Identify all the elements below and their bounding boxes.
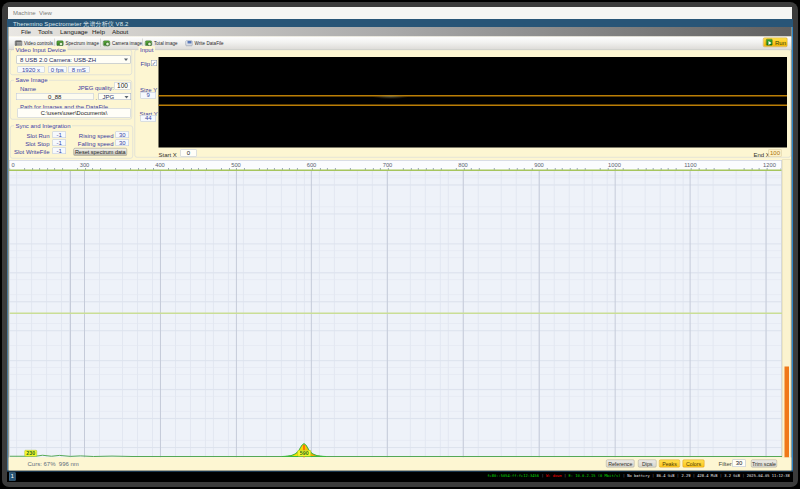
- rising-speed-field[interactable]: 30: [116, 132, 130, 139]
- latency-box: 8 mS: [68, 67, 90, 73]
- filter-label: Filter: [719, 461, 732, 468]
- group-title: Input: [139, 46, 155, 53]
- plot-control-row: Curs: 67% 996 nm Reference Dips Peaks Co…: [9, 458, 792, 471]
- size-y-field[interactable]: 9: [141, 92, 157, 99]
- end-x-field[interactable]: 100: [769, 150, 782, 157]
- toolbar: Video controls Spectrum image Camera ima…: [9, 37, 792, 51]
- reset-spectrum-button[interactable]: Reset spectrum data: [74, 148, 128, 156]
- spectrum-trace: [10, 171, 783, 458]
- rising-speed-label: Rising speed: [71, 132, 114, 139]
- spectrum-plot[interactable]: 230 590: [9, 171, 782, 458]
- menu-about[interactable]: About: [112, 29, 128, 36]
- axis-tick: 1000: [608, 162, 621, 168]
- memory-available: 3.2 GiB: [725, 473, 741, 478]
- axis-tick: 300: [80, 162, 90, 168]
- sync-integration-group: Sync and Integration Slot Run -1 Slot St…: [10, 126, 133, 159]
- save-image-group: Save Image Name JPEG quality: 100 0_88 .…: [10, 80, 132, 120]
- axis-tick: 700: [383, 162, 393, 168]
- play-icon: [766, 39, 773, 46]
- slot-stop-label: Slot Stop: [11, 140, 50, 147]
- workspace-button[interactable]: 1: [9, 473, 16, 481]
- app-menubar: File Tools Language Help About: [9, 27, 792, 37]
- reference-button[interactable]: Reference: [606, 460, 635, 468]
- cpu-load: 2.29: [682, 473, 691, 478]
- jpeg-quality-field[interactable]: 100: [115, 82, 131, 90]
- i3status: fe80::5054:ff:fe12:3456 | W: down | E: 1…: [487, 473, 790, 478]
- video-controls-icon: [15, 40, 22, 46]
- camera-image-button[interactable]: Camera image: [103, 38, 142, 48]
- floppy-disk-icon: [186, 40, 193, 46]
- trim-scale-button[interactable]: Trim scale: [751, 460, 777, 468]
- axis-tick: 500: [231, 162, 241, 168]
- camera-icon: [57, 40, 64, 46]
- path-field[interactable]: C:\users\user\Documents\: [18, 109, 131, 118]
- axis-tick: 0: [12, 162, 15, 168]
- input-group: Input Flip ✓ Size Y 9 Start Y 44 Start X…: [135, 50, 792, 158]
- flip-label: Flip: [141, 61, 151, 68]
- colors-button[interactable]: Colors: [683, 460, 705, 468]
- menu-tools[interactable]: Tools: [38, 29, 53, 36]
- axis-tick: 800: [458, 162, 468, 168]
- qemu-menu-view[interactable]: View: [39, 10, 52, 17]
- axis-tick: 1100: [684, 162, 696, 168]
- filter-field[interactable]: 30: [733, 460, 746, 468]
- menu-help[interactable]: Help: [92, 29, 105, 36]
- slider-handle[interactable]: [784, 367, 789, 458]
- video-input-device-group: Video Input Device 8 USB 2.0 Camera: USB…: [10, 50, 132, 76]
- peak-label: 590: [298, 450, 312, 457]
- toolbar-separator: [101, 39, 102, 48]
- write-datafile-button[interactable]: Write DataFile: [186, 38, 224, 48]
- qemu-menu-machine[interactable]: Machine: [13, 10, 36, 17]
- falling-speed-label: Falling speed: [71, 140, 114, 147]
- start-y-field[interactable]: 44: [141, 115, 157, 122]
- ethernet-status: E: 10.0.2.15 (0 Mbit/s): [569, 473, 621, 478]
- start-x-label: Start X: [159, 151, 177, 158]
- camera-preview[interactable]: [159, 57, 788, 148]
- slot-stop-field[interactable]: -1: [53, 140, 67, 147]
- fps-box: 0 fps: [48, 67, 67, 73]
- group-title: Video Input Device: [14, 46, 67, 53]
- group-title: Sync and Integration: [14, 122, 72, 129]
- chevron-down-icon: [125, 96, 129, 99]
- axis-tick: 400: [155, 162, 165, 168]
- dips-button[interactable]: Dips: [638, 460, 657, 468]
- selected-device-label: 8 USB 2.0 Camera: USB-ZH: [20, 56, 96, 63]
- selected-format-label: JPG: [103, 93, 115, 100]
- axis-tick: 600: [307, 162, 317, 168]
- slot-run-label: Slot Run: [11, 132, 50, 139]
- total-image-label: Total image: [154, 41, 178, 46]
- qemu-window-frame: Machine View Theremino Spectrometer 光谱分析…: [2, 2, 798, 487]
- slot-writefile-label: Slot WriteFile: [11, 149, 50, 156]
- chevron-down-icon: [124, 59, 128, 62]
- wifi-status: W: down: [546, 473, 562, 478]
- spectrum-glow: [373, 95, 409, 100]
- vertical-scale-slider[interactable]: [783, 159, 791, 458]
- spectrum-image-label: Spectrum image: [66, 41, 99, 46]
- screen: Machine View Theremino Spectrometer 光谱分析…: [0, 0, 800, 489]
- start-x-field[interactable]: 0: [181, 150, 197, 157]
- jpeg-quality-label: JPEG quality:: [63, 85, 115, 92]
- run-button[interactable]: Run: [763, 38, 788, 48]
- video-device-select[interactable]: 8 USB 2.0 Camera: USB-ZH: [17, 56, 131, 64]
- disk-free: 86.4 GiB: [657, 473, 675, 478]
- i3-border-right: [792, 27, 794, 472]
- menu-file[interactable]: File: [21, 29, 31, 36]
- peaks-button[interactable]: Peaks: [659, 460, 680, 468]
- file-format-select[interactable]: JPG: [99, 93, 132, 100]
- video-controls-label: Video controls: [24, 41, 53, 46]
- group-title: Save Image: [14, 77, 49, 84]
- window-titlebar[interactable]: Theremino Spectrometer 光谱分析仪 V8.2: [7, 19, 793, 27]
- run-label: Run: [775, 39, 786, 46]
- memory-used: 428.4 MiB: [697, 473, 717, 478]
- camera-image-label: Camera image: [112, 41, 142, 46]
- falling-speed-field[interactable]: 30: [116, 140, 130, 147]
- flip-checkbox[interactable]: ✓: [151, 60, 157, 66]
- slot-writefile-field[interactable]: -1: [53, 148, 67, 155]
- resolution-box: 1920 x: [18, 67, 45, 73]
- menu-language[interactable]: Language: [60, 29, 88, 36]
- file-name-field[interactable]: 0_88: [16, 93, 94, 100]
- guest-screen: Theremino Spectrometer 光谱分析仪 V8.2 File T…: [7, 19, 793, 482]
- scan-band-selection[interactable]: [159, 95, 788, 106]
- slot-run-field[interactable]: -1: [53, 132, 67, 139]
- dot-separator: .: [96, 94, 98, 101]
